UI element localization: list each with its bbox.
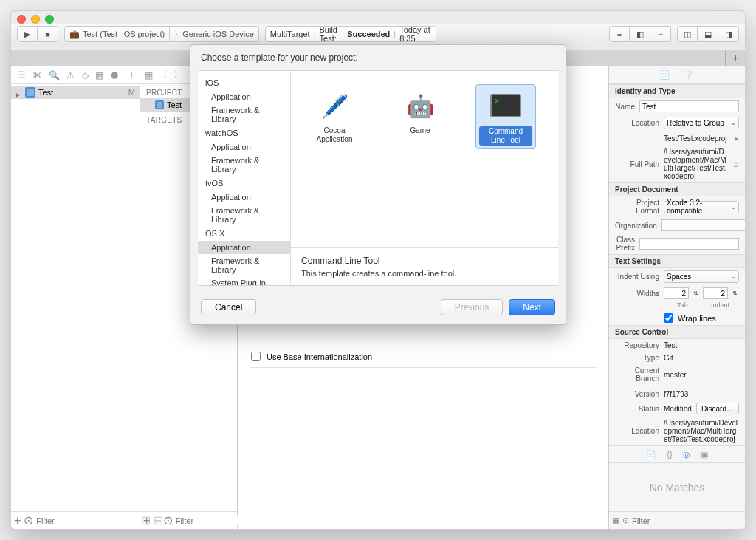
template-label: Game (410, 126, 430, 135)
project-root-row[interactable]: Test M (11, 86, 140, 99)
sc-location-value: /Users/yasufumi/Development/Mac/MultiTar… (664, 419, 739, 443)
media-library-icon[interactable]: ▣ (701, 450, 708, 459)
version-label: Version (615, 390, 659, 398)
widths-label: Widths (615, 290, 659, 298)
cat-osx-application[interactable]: Application (198, 241, 290, 254)
destination-selector[interactable]: 〉 Generic iOS Device (170, 26, 259, 42)
template-cocoa-application[interactable]: 🖊️ Cocoa Application (304, 84, 365, 148)
library-filter-input[interactable] (632, 516, 742, 525)
localization-row: Use Base Internationalization (250, 352, 597, 361)
projdoc-section-title: Project Document (609, 182, 745, 196)
library-selector: 📄 {} ◎ ▣ (609, 445, 745, 463)
project-navigator-icon[interactable]: ☰ (18, 70, 26, 81)
format-label: Project Format (615, 199, 659, 215)
project-tree[interactable]: Test M (11, 84, 140, 511)
file-template-icon[interactable]: 📄 (646, 450, 656, 459)
filter-icon[interactable]: ⊙ (163, 513, 173, 527)
folder-icon[interactable]: ▸ (735, 134, 739, 143)
discard-button[interactable]: Discard… (696, 403, 739, 414)
inspector-selector: 📄 ❔ (609, 66, 745, 84)
help-inspector-icon[interactable]: ❔ (684, 70, 694, 80)
base-internationalization-label: Use Base Internationalization (267, 352, 372, 361)
remove-target-icon[interactable]: − (153, 514, 159, 527)
location-select[interactable]: Relative to Group⌄ (664, 117, 739, 129)
standard-editor-button[interactable]: ≡ (609, 26, 630, 42)
project-icon (25, 87, 35, 98)
toggle-navigator-button[interactable]: ◫ (677, 26, 698, 42)
run-button[interactable]: ▶ (17, 26, 38, 42)
wrap-checkbox[interactable] (664, 313, 673, 323)
next-button[interactable]: Next (509, 299, 555, 315)
cat-ios-framework[interactable]: Framework & Library (198, 103, 290, 126)
stop-button[interactable]: ■ (38, 26, 58, 42)
version-editor-button[interactable]: ↔ (650, 26, 671, 42)
zoom-icon[interactable] (45, 15, 54, 24)
report-navigator-icon[interactable]: ☐ (125, 70, 133, 81)
issue-navigator-icon[interactable]: ⚠ (66, 70, 75, 81)
minimize-icon[interactable] (31, 15, 40, 24)
scheme-selector[interactable]: 💼 Test (Test_iOS project) (64, 26, 170, 42)
filter-icon[interactable]: ⊙ (24, 513, 33, 527)
tab-width-field[interactable] (664, 287, 689, 299)
status-target: MultiTarget (270, 30, 310, 38)
org-field[interactable] (662, 219, 745, 231)
base-internationalization-checkbox[interactable] (251, 352, 261, 361)
name-label: Name (615, 103, 635, 111)
library-filter-bar: ▦ ⊙ (609, 511, 745, 529)
navigator-filter-bar: + ⊙ ⊡ ⊟ (11, 511, 140, 529)
previous-button[interactable]: Previous (441, 299, 504, 315)
object-library-icon[interactable]: ◎ (683, 450, 690, 459)
test-navigator-icon[interactable]: ◇ (82, 70, 89, 81)
text-section-title: Text Settings (609, 254, 745, 268)
inspector-pane: 📄 ❔ Identity and Type Name LocationRelat… (608, 66, 745, 529)
assistant-editor-button[interactable]: ◧ (630, 26, 650, 42)
type-label: Type (615, 354, 659, 362)
template-description: Command Line Tool This template creates … (291, 247, 558, 285)
back-icon[interactable]: 〈 (159, 69, 168, 81)
add-icon[interactable]: + (14, 514, 21, 527)
filter-icon[interactable]: ⊙ (622, 516, 629, 525)
template-category-sidebar[interactable]: iOS Application Framework & Library watc… (198, 71, 291, 285)
forward-icon[interactable]: 〉 (173, 69, 182, 81)
cancel-button[interactable]: Cancel (201, 299, 256, 315)
divider (250, 367, 597, 368)
status-time: Today at 8:35 (399, 25, 431, 43)
toggle-inspector-button[interactable]: ◨ (718, 26, 739, 42)
cat-watchos-application[interactable]: Application (198, 140, 290, 154)
symbol-navigator-icon[interactable]: ⌘ (32, 70, 41, 81)
location-label: Location (615, 119, 659, 127)
grid-icon[interactable]: ▦ (612, 516, 619, 525)
template-command-line-tool[interactable]: Command Line Tool (475, 84, 536, 149)
format-select[interactable]: Xcode 3.2-compatible⌄ (664, 201, 739, 213)
navigator-selector: ☰ ⌘ 🔍 ⚠ ◇ ▦ ⬣ ☐ (11, 66, 140, 84)
indent-width-field[interactable] (703, 287, 728, 299)
cat-osx-plugin[interactable]: System Plug-in (198, 276, 290, 285)
cat-tvos-framework[interactable]: Framework & Library (198, 204, 290, 226)
template-game[interactable]: 🤖 Game (390, 84, 450, 139)
cat-tvos-application[interactable]: Application (198, 191, 290, 204)
cat-osx-framework[interactable]: Framework & Library (198, 254, 290, 276)
code-snippet-icon[interactable]: {} (667, 450, 672, 459)
add-target-icon[interactable]: + (143, 514, 150, 527)
briefcase-icon: 💼 (69, 30, 80, 39)
debug-navigator-icon[interactable]: ▦ (95, 70, 103, 81)
cat-watchos-framework[interactable]: Framework & Library (198, 154, 290, 176)
new-project-sheet: Choose a template for your new project: … (190, 44, 566, 325)
disclosure-icon[interactable] (16, 89, 22, 96)
navigator-filter-input[interactable] (36, 516, 138, 525)
sheet-title: Choose a template for your new project: (190, 45, 566, 66)
add-tab-button[interactable]: + (726, 50, 745, 66)
file-inspector-icon[interactable]: 📄 (660, 70, 670, 80)
outline-icon[interactable]: ▦ (145, 70, 153, 81)
prefix-label: Class Prefix (615, 236, 635, 252)
template-grid: 🖊️ Cocoa Application 🤖 Game Command Line… (291, 71, 558, 247)
name-field[interactable] (639, 100, 739, 112)
cat-ios-application[interactable]: Application (198, 90, 290, 103)
prefix-field[interactable] (639, 238, 739, 250)
indent-select[interactable]: Spaces⌄ (664, 270, 739, 283)
breakpoint-navigator-icon[interactable]: ⬣ (111, 70, 118, 81)
reveal-icon[interactable]: ➲ (732, 160, 739, 169)
close-icon[interactable] (17, 15, 26, 24)
toggle-debug-button[interactable]: ⬓ (698, 26, 718, 42)
find-navigator-icon[interactable]: 🔍 (49, 70, 60, 81)
